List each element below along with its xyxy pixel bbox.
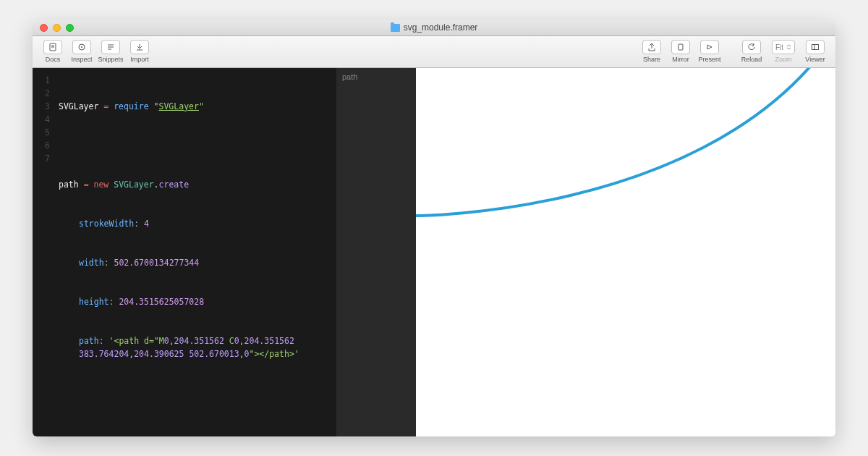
mirror-icon [671,40,690,54]
maximize-button[interactable] [66,24,74,32]
code-line: path: '<path d="M0,204.351562 C0,204.351… [59,334,332,360]
present-icon [700,40,719,54]
toolbar-right: Share Mirror Present Reload [637,40,830,63]
inspect-icon [72,40,91,54]
code-line [59,139,332,152]
minimize-button[interactable] [53,24,61,32]
code-line: path = new SVGLayer.create [59,178,332,191]
docs-button[interactable]: Docs [38,40,67,63]
svg-path-preview [416,68,835,235]
line-gutter: 1 2 3 4 5 6 7 [33,68,57,436]
line-number: 6 [33,139,57,152]
workspace: 1 2 3 4 5 6 7 SVGLayer = require "SVGLay… [33,68,835,436]
zoom-value: Fit [775,43,783,51]
svg-rect-9 [812,45,819,50]
mirror-button[interactable]: Mirror [666,40,695,63]
close-button[interactable] [40,24,48,32]
inspect-label: Inspect [71,56,92,63]
zoom-select[interactable]: Fit [772,40,795,54]
window-title-text: svg_module.framer [404,22,478,33]
import-label: Import [130,56,149,63]
snippets-button[interactable]: Snippets [96,40,125,63]
code-editor[interactable]: 1 2 3 4 5 6 7 SVGLayer = require "SVGLay… [33,68,336,436]
code-line: strokeWidth: 4 [59,217,332,230]
mirror-label: Mirror [672,56,689,63]
present-button[interactable]: Present [695,40,724,63]
line-number: 5 [33,126,57,139]
traffic-lights [33,24,74,32]
layer-item[interactable]: path [342,72,410,81]
present-label: Present [698,56,720,63]
import-button[interactable]: Import [125,40,154,63]
app-window: svg_module.framer Docs Inspect Snippe [33,20,835,436]
snippets-label: Snippets [98,56,123,63]
svg-point-4 [81,46,82,48]
preview-canvas[interactable] [416,68,835,436]
reload-button[interactable]: Reload [737,40,766,63]
inspect-button[interactable]: Inspect [67,40,96,63]
import-icon [130,40,149,54]
code-line: height: 204.3515625057028 [59,295,332,308]
line-number: 2 [33,87,57,100]
code-line: SVGLayer = require "SVGLayer" [59,100,332,113]
line-number: 4 [33,113,57,126]
share-icon [642,40,661,54]
docs-icon [43,40,62,54]
docs-label: Docs [46,56,61,63]
viewer-button[interactable]: Viewer [801,40,830,63]
share-label: Share [643,56,660,63]
toolbar: Docs Inspect Snippets Import [33,36,835,68]
layers-panel[interactable]: path [336,68,416,436]
zoom-label: Zoom [775,56,791,63]
chevron-updown-icon [786,44,791,50]
line-number: 7 [33,152,57,165]
code-line: width: 502.6700134277344 [59,256,332,269]
code-content[interactable]: SVGLayer = require "SVGLayer" path = new… [57,68,336,436]
viewer-label: Viewer [805,56,825,63]
reload-label: Reload [741,56,762,63]
reload-icon [742,40,761,54]
titlebar[interactable]: svg_module.framer [33,20,835,36]
window-title: svg_module.framer [33,22,835,33]
viewer-icon [806,40,825,54]
toolbar-left: Docs Inspect Snippets Import [38,40,154,63]
snippets-icon [101,40,120,54]
folder-icon [391,24,400,32]
zoom-control[interactable]: Fit Zoom [766,40,801,63]
line-number: 3 [33,100,57,113]
svg-rect-8 [678,44,683,50]
line-number: 1 [33,74,57,87]
share-button[interactable]: Share [637,40,666,63]
